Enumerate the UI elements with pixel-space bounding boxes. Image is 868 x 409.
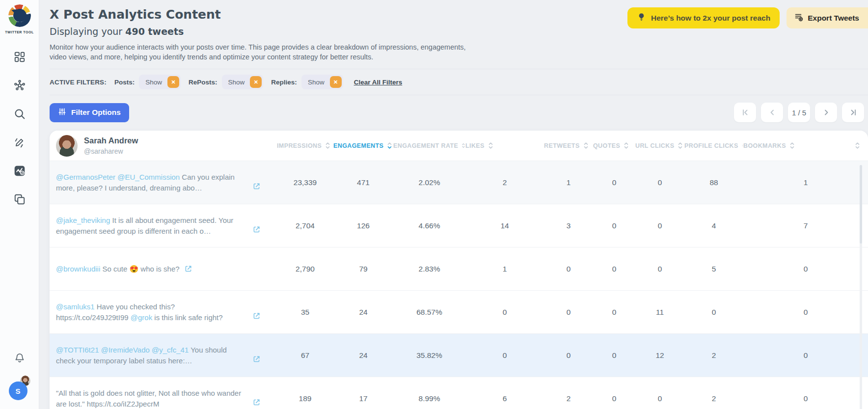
- profile-info: Sarah Andrew @saraharew: [84, 136, 138, 155]
- tweet-text-cell: @GermanosPeter @EU_Commission Can you ex…: [56, 161, 277, 204]
- sort-icon[interactable]: [488, 141, 493, 150]
- network-icon[interactable]: [13, 79, 26, 92]
- clear-all-filters-link[interactable]: Clear All Filters: [354, 79, 403, 86]
- app-logo[interactable]: [8, 4, 31, 27]
- next-page-button[interactable]: [815, 103, 837, 122]
- filter-options-label: Filter Options: [71, 108, 121, 117]
- compose-icon[interactable]: [13, 136, 26, 149]
- user-initial-badge: S: [9, 382, 27, 400]
- column-header-engagements[interactable]: ENGAGEMENTS: [333, 141, 393, 150]
- mention-link[interactable]: @y_cfc_41: [152, 346, 189, 354]
- metric-cell: 0: [465, 351, 544, 360]
- profile-avatar[interactable]: [56, 135, 78, 157]
- tweet-text: @jake_theviking It is all about engageme…: [56, 215, 242, 237]
- table-scrollbar-thumb[interactable]: [860, 165, 862, 244]
- sort-icon[interactable]: [583, 141, 589, 150]
- analytics-icon[interactable]: [13, 164, 26, 177]
- column-header-profile-clicks[interactable]: PROFILE CLICKS: [684, 141, 743, 150]
- profile-handle: @saraharew: [84, 147, 138, 155]
- metric-cell: 2,790: [277, 265, 333, 273]
- user-avatar[interactable]: S: [9, 376, 30, 400]
- column-header-quotes[interactable]: QUOTES: [593, 141, 635, 150]
- duplicate-icon[interactable]: [13, 193, 26, 206]
- open-tweet-icon[interactable]: [252, 182, 261, 191]
- search-icon[interactable]: [13, 108, 26, 120]
- tweet-text: "All that is gold does not glitter, Not …: [56, 388, 242, 409]
- table-row[interactable]: @TOTTI6t21 @IremideVado @y_cfc_41 You sh…: [50, 333, 868, 377]
- metric-cell: 0: [635, 178, 684, 187]
- column-label: ENGAGEMENTS: [333, 142, 383, 149]
- sort-icon[interactable]: [461, 141, 465, 150]
- column-header-bookmarks[interactable]: BOOKMARKS: [743, 141, 868, 150]
- reach-tip-button[interactable]: Here’s how to 2x your post reach: [627, 7, 780, 28]
- sort-icon[interactable]: [387, 141, 392, 150]
- filter-name: RePosts:: [189, 79, 217, 86]
- mention-link[interactable]: @samluks1: [56, 302, 95, 311]
- remove-filter-button[interactable]: ✕: [330, 76, 342, 88]
- metric-cell: 4.66%: [393, 221, 465, 230]
- page-indicator[interactable]: 1 / 5: [788, 103, 810, 122]
- remove-filter-button[interactable]: ✕: [250, 76, 262, 88]
- filter-chip: Show✕: [139, 75, 181, 89]
- metric-cell: 0: [743, 265, 868, 273]
- reach-tip-label: Here’s how to 2x your post reach: [651, 14, 770, 23]
- mention-link[interactable]: @grok: [131, 313, 152, 322]
- top-buttons: Here’s how to 2x your post reach Export …: [627, 7, 868, 28]
- remove-filter-button[interactable]: ✕: [167, 76, 179, 88]
- column-header-retweets[interactable]: RETWEETS: [544, 141, 593, 150]
- metric-cell: 0: [593, 394, 635, 403]
- table-header-row: Sarah Andrew @saraharew IMPRESSIONS ENGA…: [50, 131, 868, 161]
- mention-link[interactable]: @brownkudiii: [56, 265, 100, 273]
- column-header-engagement-rate[interactable]: ENGAGEMENT RATE: [393, 141, 465, 150]
- metric-cell: 0: [544, 308, 593, 317]
- mention-link[interactable]: @TOTTI6t21: [56, 346, 99, 354]
- open-tweet-icon[interactable]: [252, 355, 261, 364]
- last-page-button[interactable]: [842, 103, 864, 122]
- prev-page-button[interactable]: [761, 103, 783, 122]
- column-header-likes[interactable]: LIKES: [465, 141, 544, 150]
- export-tweets-button[interactable]: Export Tweets: [787, 7, 868, 28]
- sort-icon[interactable]: [624, 141, 629, 150]
- filter-name: Posts:: [114, 79, 135, 86]
- bell-icon[interactable]: [14, 352, 26, 364]
- dashboard-icon[interactable]: [13, 51, 26, 63]
- first-page-button[interactable]: [734, 103, 756, 122]
- sort-icon[interactable]: [678, 141, 683, 150]
- column-label: URL CLICKS: [635, 142, 674, 149]
- column-header-impressions[interactable]: IMPRESSIONS: [277, 141, 333, 150]
- table-row[interactable]: @jake_theviking It is all about engageme…: [50, 204, 868, 247]
- tweet-text-segment: So cute 😍 who is she?: [100, 265, 179, 273]
- metric-cell: 88: [684, 178, 743, 187]
- filter-options-button[interactable]: Filter Options: [50, 103, 129, 122]
- open-tweet-icon[interactable]: [252, 225, 261, 234]
- metric-cell: 68.57%: [393, 308, 465, 317]
- open-tweet-icon[interactable]: [252, 312, 261, 321]
- filter-value: Show: [308, 79, 325, 86]
- metric-cell: 1: [743, 178, 868, 187]
- subtitle-prefix: Displaying your: [50, 26, 125, 37]
- metric-cell: 1: [465, 265, 544, 273]
- metric-cell: 12: [635, 351, 684, 360]
- table-row[interactable]: @GermanosPeter @EU_Commission Can you ex…: [50, 161, 868, 204]
- mention-link[interactable]: @EU_Commission: [117, 173, 180, 181]
- table-row[interactable]: "All that is gold does not glitter, Not …: [50, 377, 868, 409]
- mention-link[interactable]: @jake_theviking: [56, 216, 110, 224]
- column-header-url-clicks[interactable]: URL CLICKS: [635, 141, 684, 150]
- metric-cell: 2: [684, 351, 743, 360]
- open-tweet-icon[interactable]: [252, 398, 261, 407]
- metric-cell: 2,704: [277, 221, 333, 230]
- open-tweet-icon[interactable]: [180, 265, 192, 273]
- table-row[interactable]: @brownkudiii So cute 😍 who is she? 2,790…: [50, 247, 868, 290]
- sort-icon[interactable]: [325, 141, 330, 150]
- filter-value: Show: [145, 79, 162, 86]
- metric-cell: 11: [635, 308, 684, 317]
- active-filters-bar: ACTIVE FILTERS: Posts:Show✕RePosts:Show✕…: [50, 69, 868, 95]
- table-row[interactable]: @samluks1 Have you checked this? https:/…: [50, 290, 868, 333]
- metric-cell: 35.82%: [393, 351, 465, 360]
- sidebar: TWITTER TOOL: [0, 0, 39, 409]
- sort-icon[interactable]: [789, 141, 795, 150]
- mention-link[interactable]: @GermanosPeter: [56, 173, 115, 181]
- next-column-sort-icon[interactable]: [855, 141, 860, 152]
- mention-link[interactable]: @IremideVado: [101, 346, 150, 354]
- metric-cell: 14: [465, 221, 544, 230]
